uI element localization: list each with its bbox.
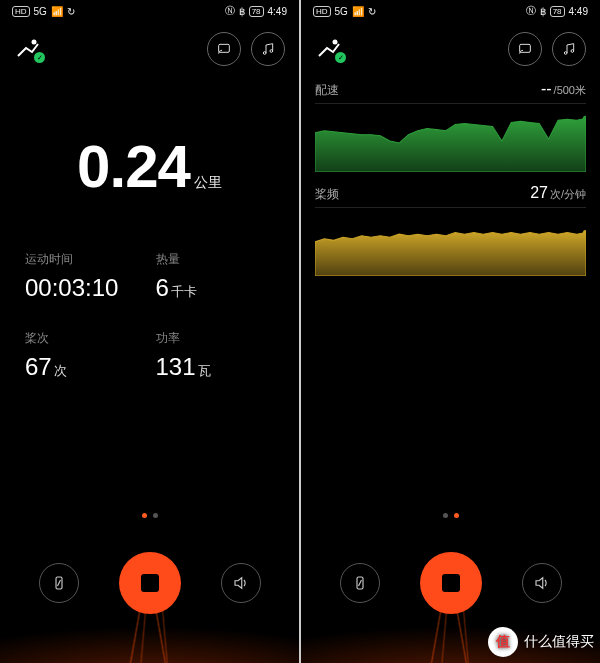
battery-level: 78 <box>249 6 264 17</box>
page-indicator <box>142 513 158 518</box>
hd-badge: HD <box>313 6 331 17</box>
status-bar: HD 5G 📶 ↻ Ⓝ ฿ 78 4:49 <box>301 0 600 22</box>
watermark-badge: 值 <box>488 627 518 657</box>
stat-duration: 运动时间 00:03:10 <box>24 251 145 302</box>
stat-calories: 热量 6千卡 <box>155 251 276 302</box>
connected-badge: ✓ <box>335 52 346 63</box>
volume-button[interactable] <box>522 563 562 603</box>
signal-5g: 5G <box>335 6 348 17</box>
svg-point-7 <box>564 52 567 55</box>
distance-metric: 0.24公里 <box>0 132 299 201</box>
distance-unit: 公里 <box>194 174 222 190</box>
connected-badge: ✓ <box>34 52 45 63</box>
bottom-controls <box>0 503 299 663</box>
pace-chart <box>315 110 586 172</box>
svg-point-2 <box>263 52 266 55</box>
svg-point-5 <box>333 40 338 45</box>
distance-value: 0.24 <box>77 132 190 201</box>
stop-icon <box>141 574 159 592</box>
nfc-icon: Ⓝ <box>225 4 235 18</box>
stop-button[interactable] <box>119 552 181 614</box>
svg-point-8 <box>571 50 574 53</box>
battery-level: 78 <box>550 6 565 17</box>
stat-strokes: 桨次 67次 <box>24 330 145 381</box>
stats-grid: 运动时间 00:03:10 热量 6千卡 桨次 67次 功率 131瓦 <box>0 201 299 381</box>
sync-icon: ↻ <box>67 6 75 17</box>
cadence-chart-block: 桨频 27次/分钟 <box>301 176 600 280</box>
status-bar: HD 5G 📶 ↻ Ⓝ ฿ 78 4:49 <box>0 0 299 22</box>
svg-point-3 <box>270 50 273 53</box>
music-button[interactable] <box>552 32 586 66</box>
stop-button[interactable] <box>420 552 482 614</box>
cadence-unit: 次/分钟 <box>550 188 586 200</box>
cadence-label: 桨频 <box>315 186 339 203</box>
pace-label: 配速 <box>315 82 339 99</box>
page-dot <box>142 513 147 518</box>
music-button[interactable] <box>251 32 285 66</box>
lock-button[interactable] <box>39 563 79 603</box>
cast-button[interactable] <box>207 32 241 66</box>
rowing-mode-icon[interactable]: ✓ <box>14 38 42 60</box>
stat-power: 功率 131瓦 <box>155 330 276 381</box>
cadence-value: 27 <box>530 184 548 201</box>
stop-icon <box>442 574 460 592</box>
bluetooth-icon: ฿ <box>239 6 245 17</box>
pace-unit: /500米 <box>554 84 586 96</box>
volume-button[interactable] <box>221 563 261 603</box>
workout-stats-screen: HD 5G 📶 ↻ Ⓝ ฿ 78 4:49 ✓ <box>0 0 299 663</box>
pace-value: -- <box>541 80 552 97</box>
page-dot <box>443 513 448 518</box>
wifi-icon: 📶 <box>51 6 63 17</box>
watermark: 值 什么值得买 <box>488 627 594 657</box>
wifi-icon: 📶 <box>352 6 364 17</box>
signal-5g: 5G <box>34 6 47 17</box>
nfc-icon: Ⓝ <box>526 4 536 18</box>
page-dot <box>153 513 158 518</box>
cadence-chart <box>315 214 586 276</box>
watermark-text: 什么值得买 <box>524 633 594 651</box>
rowing-mode-icon[interactable]: ✓ <box>315 38 343 60</box>
page-indicator <box>443 513 459 518</box>
workout-charts-screen: HD 5G 📶 ↻ Ⓝ ฿ 78 4:49 ✓ <box>301 0 600 663</box>
svg-point-0 <box>32 40 37 45</box>
clock: 4:49 <box>268 6 287 17</box>
hd-badge: HD <box>12 6 30 17</box>
lock-button[interactable] <box>340 563 380 603</box>
clock: 4:49 <box>569 6 588 17</box>
pace-chart-block: 配速 --/500米 <box>301 72 600 176</box>
page-dot <box>454 513 459 518</box>
sync-icon: ↻ <box>368 6 376 17</box>
bluetooth-icon: ฿ <box>540 6 546 17</box>
cast-button[interactable] <box>508 32 542 66</box>
